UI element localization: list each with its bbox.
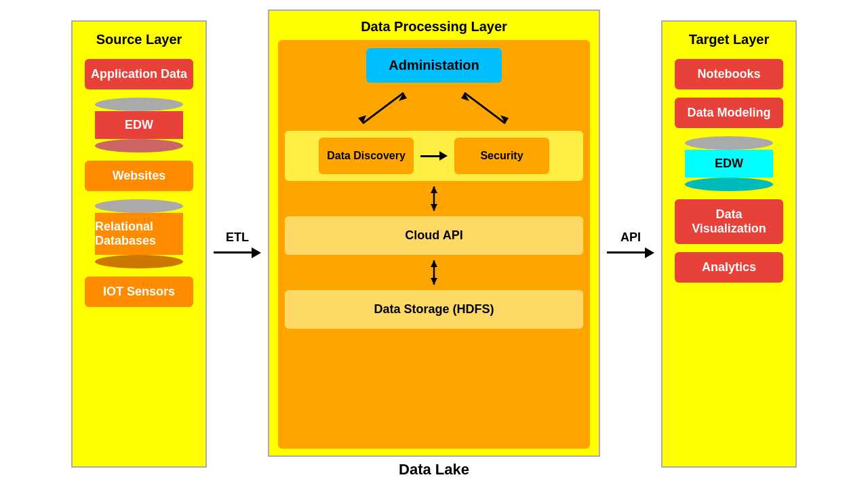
etl-arrow-section: ETL bbox=[207, 20, 268, 468]
v-arrow-1-svg bbox=[427, 186, 441, 211]
edw-cylinder-target: EDW bbox=[675, 136, 783, 191]
cloud-api-box: Cloud API bbox=[285, 216, 583, 255]
cylinder-body-source-edw: EDW bbox=[95, 111, 183, 139]
api-arrow-head bbox=[645, 247, 654, 258]
cylinder-top-target-edw bbox=[685, 136, 773, 150]
data-discovery-box: Data Discovery bbox=[319, 138, 414, 174]
cylinder-body-relational: Relational Databases bbox=[95, 213, 183, 255]
etl-arrow bbox=[214, 247, 261, 258]
disc-sec-row: Data Discovery Security bbox=[292, 138, 576, 174]
iot-sensors-box: IOT Sensors bbox=[85, 277, 193, 307]
data-storage-box: Data Storage (HDFS) bbox=[285, 290, 583, 329]
app-data-box: Application Data bbox=[85, 59, 193, 89]
api-arrow-section: API bbox=[600, 20, 661, 468]
api-arrow-line bbox=[607, 251, 645, 253]
processing-layer: Data Processing Layer Administation bbox=[268, 9, 600, 457]
api-arrow bbox=[607, 247, 654, 258]
cylinder-top-relational bbox=[95, 199, 183, 213]
source-layer: Source Layer Application Data EDW Websit… bbox=[71, 20, 207, 468]
etl-arrow-line bbox=[214, 251, 252, 253]
edw-cylinder-source: EDW bbox=[85, 98, 193, 152]
v-arrow-2-svg bbox=[427, 260, 441, 285]
data-visualization-box: Data Visualization bbox=[675, 199, 783, 244]
cylinder-bottom-target-edw bbox=[685, 178, 773, 191]
target-layer: Target Layer Notebooks Data Modeling EDW… bbox=[661, 20, 797, 468]
admin-box: Administation bbox=[366, 48, 502, 83]
target-title: Target Layer bbox=[689, 32, 770, 47]
svg-marker-7 bbox=[461, 93, 469, 101]
processing-title: Data Processing Layer bbox=[361, 19, 507, 35]
cylinder-body-target-edw: EDW bbox=[685, 150, 773, 178]
inner-orange-area: Administation bbox=[278, 40, 590, 449]
v-arrow-2-wrapper bbox=[285, 259, 583, 286]
main-container: Source Layer Application Data EDW Websit… bbox=[0, 0, 868, 488]
websites-box: Websites bbox=[85, 161, 193, 191]
security-box: Security bbox=[454, 138, 549, 174]
svg-marker-9 bbox=[431, 186, 437, 193]
diagonal-arrows-svg bbox=[298, 89, 570, 127]
notebooks-box: Notebooks bbox=[675, 59, 783, 89]
analytics-box: Analytics bbox=[675, 252, 783, 283]
diagonal-arrows bbox=[298, 89, 570, 127]
api-label: API bbox=[620, 230, 641, 245]
cylinder-bottom-relational bbox=[95, 255, 183, 268]
relational-db-cylinder: Relational Databases bbox=[85, 199, 193, 268]
etl-arrow-head bbox=[252, 247, 261, 258]
disc-to-sec-arrow bbox=[420, 151, 448, 161]
processing-wrapper: Data Processing Layer Administation bbox=[268, 9, 600, 479]
cylinder-top-source-edw bbox=[95, 98, 183, 111]
data-lake-label: Data Lake bbox=[399, 461, 469, 479]
cylinder-bottom-source-edw bbox=[95, 139, 183, 152]
inner-yellow-box: Data Discovery Security bbox=[285, 131, 583, 181]
data-modeling-box: Data Modeling bbox=[675, 98, 783, 128]
source-title: Source Layer bbox=[96, 32, 182, 47]
svg-marker-10 bbox=[431, 204, 437, 211]
svg-marker-3 bbox=[399, 93, 407, 101]
disc-sec-arrow-head bbox=[439, 151, 448, 161]
svg-marker-13 bbox=[431, 278, 437, 285]
etl-label: ETL bbox=[226, 230, 249, 245]
svg-line-2 bbox=[363, 93, 403, 123]
svg-marker-12 bbox=[431, 260, 437, 267]
v-arrow-1-wrapper bbox=[285, 185, 583, 212]
svg-line-6 bbox=[465, 93, 505, 123]
disc-sec-arrow-line bbox=[420, 155, 439, 157]
